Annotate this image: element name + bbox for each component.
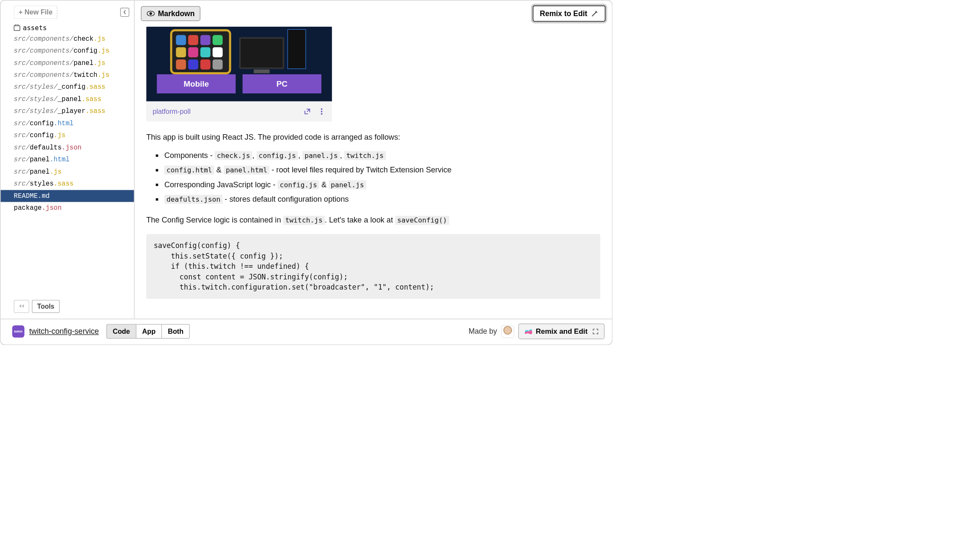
- preview-label: platform-poll: [152, 106, 190, 117]
- remix-label: Remix to Edit: [540, 9, 587, 18]
- tools-button[interactable]: Tools: [32, 300, 60, 313]
- file-row[interactable]: README.md: [0, 190, 134, 202]
- rewind-button[interactable]: [14, 300, 29, 313]
- view-code-button[interactable]: Code: [107, 324, 136, 338]
- code-inline: twitch.js: [283, 216, 325, 225]
- view-app-button[interactable]: App: [136, 324, 162, 338]
- file-row[interactable]: package.json: [0, 202, 134, 214]
- code-inline: config.html: [164, 166, 214, 175]
- preview-tiles: Mobile PC: [146, 74, 332, 101]
- svg-point-4: [321, 113, 323, 115]
- svg-point-2: [321, 108, 323, 110]
- popout-icon[interactable]: [303, 107, 311, 115]
- code-inline: panel.js: [329, 180, 366, 189]
- app-frame: + New File assets src/components/check.j…: [0, 0, 613, 345]
- file-row[interactable]: src/styles/_player.sass: [0, 105, 134, 117]
- file-row[interactable]: src/panel.html: [0, 154, 134, 166]
- list-item: Components - check.js, config.js, panel.…: [162, 149, 600, 161]
- file-row[interactable]: src/config.js: [0, 130, 134, 141]
- kebab-menu-icon[interactable]: [318, 107, 326, 115]
- file-row[interactable]: src/components/panel.js: [0, 57, 134, 69]
- project-link[interactable]: twitch-config-service: [29, 327, 99, 336]
- preview-card: Mobile PC platform-poll: [146, 27, 332, 122]
- wand-icon: [591, 10, 599, 17]
- file-row[interactable]: src/components/check.js: [0, 33, 134, 45]
- view-both-button[interactable]: Both: [162, 324, 189, 338]
- markdown-label: Markdown: [158, 9, 195, 18]
- svg-point-3: [321, 111, 323, 113]
- made-by-label: Made by: [468, 327, 497, 335]
- device-pc-icon: [239, 29, 308, 69]
- file-row[interactable]: src/styles.sass: [0, 178, 134, 190]
- tile-mobile: Mobile: [157, 74, 236, 93]
- file-row[interactable]: src/components/twitch.js: [0, 69, 134, 81]
- device-phone-icon: [170, 29, 231, 74]
- project-badge-icon: twitch: [12, 325, 25, 338]
- file-row[interactable]: src/panel.js: [0, 166, 134, 177]
- list-item: config.html & panel.html - root level fi…: [162, 164, 600, 176]
- paragraph-intro: This app is built using React JS. The pr…: [146, 131, 600, 143]
- paragraph-config: The Config Service logic is contained in…: [146, 214, 600, 226]
- file-row[interactable]: src/config.html: [0, 118, 134, 130]
- code-inline: saveConfig(): [395, 216, 449, 225]
- markdown-toggle-button[interactable]: Markdown: [141, 6, 200, 21]
- sidebar: + New File assets src/components/check.j…: [0, 0, 135, 318]
- file-row[interactable]: src/defaults.json: [0, 141, 134, 153]
- remix-and-edit-button[interactable]: Remix and Edit: [518, 324, 605, 339]
- list-item: deafults.json - stores default configura…: [162, 193, 600, 205]
- collapse-sidebar-button[interactable]: [120, 8, 129, 17]
- remix-to-edit-button[interactable]: Remix to Edit: [532, 6, 605, 22]
- code-inline: twitch.js: [344, 151, 386, 160]
- glitch-icon: [524, 328, 532, 335]
- new-file-button[interactable]: + New File: [14, 6, 57, 19]
- structure-list: Components - check.js, config.js, panel.…: [162, 149, 600, 205]
- code-inline: panel.html: [224, 166, 270, 175]
- code-block: saveConfig(config) { this.setState({ con…: [146, 234, 600, 299]
- file-row[interactable]: src/styles/_panel.sass: [0, 93, 134, 105]
- preview-actions: [303, 107, 326, 115]
- preview-footer: platform-poll: [146, 101, 332, 122]
- main-area: + New File assets src/components/check.j…: [0, 0, 612, 318]
- content-area: Markdown Remix to Edit: [135, 0, 612, 318]
- code-inline: deafults.json: [164, 195, 222, 204]
- footer-right: Made by Remix and Edit: [468, 324, 604, 339]
- file-tree: assets src/components/check.jssrc/compon…: [0, 22, 134, 296]
- folder-icon: [14, 25, 20, 31]
- svg-point-1: [149, 12, 152, 15]
- tile-pc: PC: [242, 74, 321, 93]
- code-inline: config.js: [256, 151, 298, 160]
- folder-assets[interactable]: assets: [0, 23, 134, 33]
- code-inline: panel.js: [302, 151, 340, 160]
- chevron-left-icon: [123, 10, 127, 14]
- remix-edit-label: Remix and Edit: [536, 327, 588, 335]
- view-toggle: Code App Both: [106, 324, 190, 338]
- list-item: Corresponding JavaScript logic - config.…: [162, 179, 600, 191]
- eye-icon: [147, 11, 155, 17]
- sidebar-top: + New File: [0, 6, 134, 22]
- rewind-icon: [18, 304, 25, 308]
- folder-label: assets: [23, 24, 47, 32]
- file-row[interactable]: src/components/config.js: [0, 45, 134, 57]
- code-inline: check.js: [215, 151, 252, 160]
- file-row[interactable]: src/styles/_config.sass: [0, 81, 134, 93]
- content-header: Markdown Remix to Edit: [135, 0, 612, 26]
- markdown-body[interactable]: Mobile PC platform-poll This app is buil…: [135, 27, 612, 319]
- expand-icon: [592, 328, 599, 335]
- author-avatar[interactable]: [501, 325, 514, 338]
- preview-devices: [146, 27, 332, 75]
- footer-bar: twitch twitch-config-service Code App Bo…: [0, 319, 612, 345]
- code-inline: config.js: [278, 180, 319, 189]
- sidebar-bottom: Tools: [0, 296, 134, 318]
